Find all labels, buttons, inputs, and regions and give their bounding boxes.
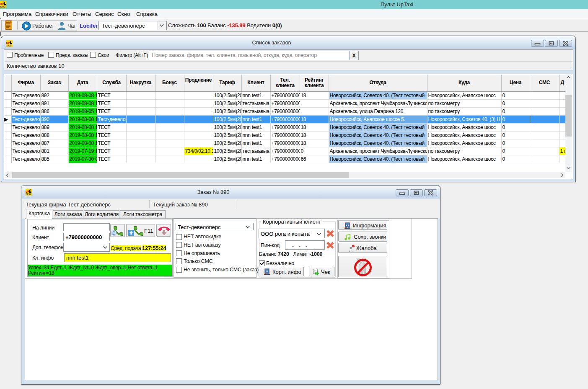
svg-text:UP: UP <box>0 3 4 5</box>
svg-text:TAXI: TAXI <box>0 5 5 8</box>
